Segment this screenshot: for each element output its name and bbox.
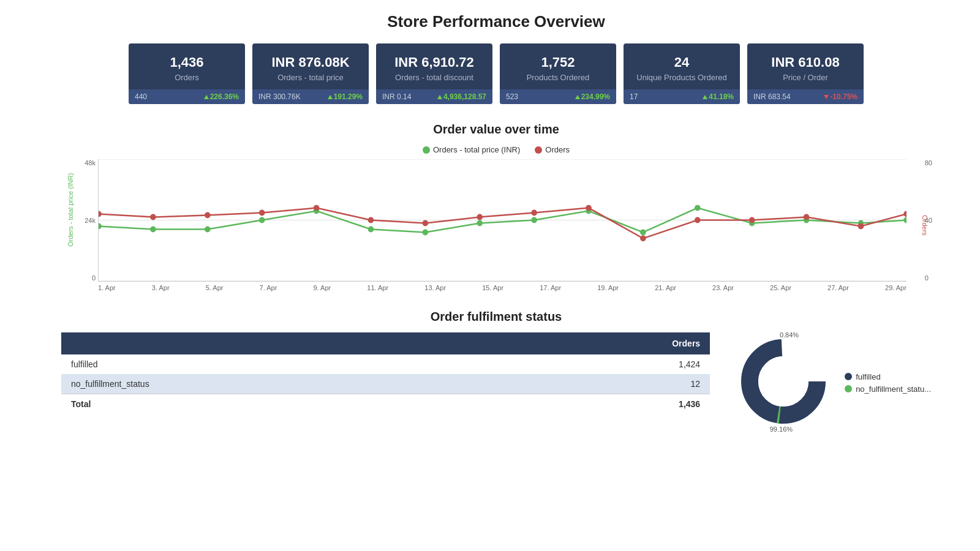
svg-point-26 [477, 214, 483, 220]
svg-point-22 [259, 210, 265, 216]
x-label: 9. Apr [313, 284, 331, 291]
page-title: Store Performance Overview [49, 6, 943, 43]
kpi-value: INR 610.08 [757, 54, 854, 70]
donut-legend-nofulfill: no_fulfillment_statu... [845, 384, 931, 394]
kpi-change: 4,936,128.57 [437, 92, 486, 101]
table-row: no_fulfillment_status 12 [61, 374, 710, 394]
table-total-value: 1,436 [515, 394, 710, 414]
x-label: 27. Apr [827, 284, 849, 291]
svg-point-29 [640, 235, 646, 241]
table-row: fulfilled 1,424 [61, 354, 710, 374]
kpi-value: 1,436 [138, 54, 235, 70]
kpi-cards-row: 1,436 Orders 440 226.36% INR 876.08K Ord… [49, 43, 943, 104]
kpi-card-main: 1,436 Orders [129, 43, 245, 89]
kpi-value: 1,752 [510, 54, 606, 70]
fulfilment-section: Order fulfilment status Orders fulfilled… [49, 310, 943, 433]
kpi-change: 191.29% [328, 92, 363, 101]
svg-point-5 [205, 226, 211, 232]
donut-label-nofulfill: no_fulfillment_statu... [856, 384, 931, 394]
chart-section: Order value over time Orders - total pri… [49, 122, 943, 291]
donut-chart-row: 0.84% 99.16% fulfilled [734, 332, 931, 433]
svg-point-19 [98, 211, 102, 217]
kpi-label: Orders - total price [262, 73, 359, 82]
x-label: 23. Apr [712, 284, 734, 291]
kpi-card-main: INR 610.08 Price / Order [747, 43, 864, 89]
legend-label-red: Orders [545, 145, 570, 154]
donut-label-bottom: 99.16% [770, 425, 793, 433]
donut-label-fulfilled: fulfilled [856, 372, 880, 381]
x-label: 1. Apr [98, 284, 116, 291]
y-tick-right-2: 0 [925, 274, 932, 282]
donut-legend-fulfilled: fulfilled [845, 372, 931, 381]
fulfilment-title: Order fulfilment status [49, 310, 943, 324]
svg-point-9 [423, 229, 429, 235]
y-tick-left-0: 48k [75, 159, 96, 167]
donut-legend: fulfilled no_fulfillment_statu... [845, 372, 931, 394]
y-tick-left-2: 0 [75, 274, 96, 282]
y-tick-right-0: 80 [925, 159, 932, 167]
chart-title: Order value over time [49, 122, 943, 137]
legend-dot-green [423, 146, 430, 154]
svg-point-14 [695, 205, 701, 211]
kpi-value: 24 [633, 54, 730, 70]
kpi-card-products_ordered: 1,752 Products Ordered 523 234.99% [500, 43, 616, 104]
x-label: 3. Apr [152, 284, 170, 291]
svg-point-4 [150, 226, 156, 232]
fulfilment-table: Orders fulfilled 1,424 no_fulfillment_st… [61, 332, 710, 414]
arrow-up-icon [328, 95, 333, 99]
kpi-card-footer: 17 41.18% [624, 89, 740, 104]
svg-point-25 [423, 220, 429, 227]
kpi-prev-value: INR 300.76K [258, 92, 324, 101]
kpi-card-orders_total_discount: INR 6,910.72 Orders - total discount INR… [376, 43, 492, 104]
svg-point-30 [695, 217, 701, 223]
kpi-card-footer: INR 0.14 4,936,128.57 [376, 89, 492, 104]
kpi-label: Products Ordered [510, 73, 606, 82]
kpi-card-footer: INR 683.54 -10.75% [747, 89, 864, 104]
x-label: 11. Apr [367, 284, 388, 291]
x-label: 17. Apr [540, 284, 561, 291]
kpi-prev-value: INR 683.54 [753, 92, 820, 101]
donut-container: 0.84% 99.16% [734, 332, 832, 433]
table-header-orders: Orders [515, 332, 710, 354]
legend-item-green: Orders - total price (INR) [423, 145, 520, 154]
svg-point-24 [368, 217, 374, 223]
x-label: 21. Apr [655, 284, 676, 291]
y-left-label: Orders - total price (INR) [67, 173, 74, 247]
kpi-change: 234.99% [575, 92, 610, 101]
kpi-change: 226.36% [204, 92, 239, 101]
svg-point-10 [477, 220, 483, 227]
arrow-up-icon [575, 95, 580, 99]
donut-label-top: 0.84% [780, 331, 799, 339]
svg-point-20 [150, 214, 156, 220]
kpi-card-footer: 523 234.99% [500, 89, 616, 104]
x-label: 29. Apr [885, 284, 907, 291]
svg-point-8 [368, 226, 374, 232]
kpi-value: INR 6,910.72 [386, 54, 483, 70]
kpi-change: 41.18% [703, 92, 734, 101]
x-label: 25. Apr [770, 284, 791, 291]
svg-point-6 [259, 217, 265, 223]
x-label: 15. Apr [482, 284, 503, 291]
x-label: 13. Apr [424, 284, 446, 291]
kpi-label: Orders [138, 73, 235, 82]
svg-point-13 [640, 229, 646, 235]
kpi-card-price_per_order: INR 610.08 Price / Order INR 683.54 -10.… [747, 43, 864, 104]
kpi-change: -10.75% [824, 92, 858, 101]
svg-point-23 [314, 205, 320, 211]
kpi-card-footer: 440 226.36% [129, 89, 245, 104]
kpi-card-footer: INR 300.76K 191.29% [252, 89, 369, 104]
line-chart [98, 159, 907, 282]
table-cell-orders: 12 [515, 374, 710, 394]
svg-point-32 [804, 214, 810, 220]
table-cell-status: no_fulfillment_status [61, 374, 515, 394]
kpi-label: Unique Products Ordered [633, 73, 730, 82]
kpi-prev-value: 440 [135, 92, 200, 101]
arrow-up-icon [204, 95, 209, 99]
chart-legend: Orders - total price (INR) Orders [49, 145, 943, 154]
svg-point-21 [205, 212, 211, 219]
svg-point-27 [531, 210, 537, 216]
x-axis-labels: 1. Apr3. Apr5. Apr7. Apr9. Apr11. Apr13.… [98, 282, 907, 291]
kpi-prev-value: 17 [630, 92, 699, 101]
x-label: 7. Apr [260, 284, 277, 291]
page-container: Store Performance Overview 1,436 Orders … [0, 0, 980, 470]
